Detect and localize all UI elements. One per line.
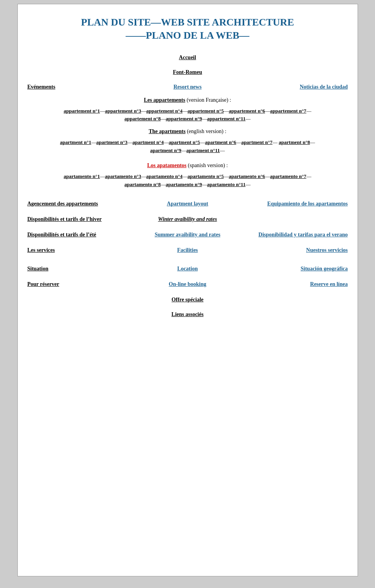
nav-row: Evénements Resort news Noticias de la ci… xyxy=(26,83,350,90)
facilities-link[interactable]: Facilities xyxy=(177,247,198,253)
title-line2: ——PLANO DE LA WEB— xyxy=(126,30,250,41)
page-container: PLAN DU SITE—WEB SITE ARCHITECTURE ——PLA… xyxy=(17,4,358,576)
page-title: PLAN DU SITE—WEB SITE ARCHITECTURE ——PLA… xyxy=(26,16,350,42)
reserver-fr-link[interactable]: Pour réserver xyxy=(27,281,60,287)
apt-fr-8[interactable]: appartement n°8 xyxy=(125,116,161,121)
apt-en-8[interactable]: apartment n°8 xyxy=(279,139,310,145)
dispos-hiver-en-link[interactable]: Winter avaibility and rates xyxy=(158,216,217,222)
apt-en-9[interactable]: apartment n°9 xyxy=(150,147,182,153)
situacion-col: Situación geográfica xyxy=(241,265,348,272)
dispos-hiver-fr-col: Disponibilités et tarifs de l’hiver xyxy=(27,215,134,222)
font-romeu-section: Font-Romeu xyxy=(26,68,350,75)
dispos-hiver-en-col: Winter avaibility and rates xyxy=(134,215,241,222)
agencement-link[interactable]: Agencement des appartements xyxy=(27,201,98,207)
offre-section: Offre spéciale xyxy=(26,296,350,303)
location-link[interactable]: Location xyxy=(177,266,198,272)
nuestros-link[interactable]: Nuestros servicios xyxy=(306,247,348,253)
apt-en-label: The apartments xyxy=(149,128,185,134)
agencement-col-es: Equipamiento de los apartamentos xyxy=(241,200,348,207)
apt-fr-links: appartement n°1—appartement n°3—appartem… xyxy=(26,107,350,123)
agencement-col-fr: Agencement des appartements xyxy=(27,200,134,207)
apt-en-5[interactable]: apartment n°5 xyxy=(169,139,200,145)
accueil-section: Accueil xyxy=(26,54,350,61)
apt-es-6[interactable]: apartamento n°6 xyxy=(229,173,265,179)
apt-es-5[interactable]: apartamento n°5 xyxy=(188,173,224,179)
apt-es-11[interactable]: apartamento n°11 xyxy=(207,181,245,187)
nuestros-col: Nuestros servicios xyxy=(241,246,348,253)
dispos-ete-fr-link[interactable]: Disponibilités et tarifs de l’été xyxy=(27,232,96,238)
apt-es-9[interactable]: apartamento n°9 xyxy=(166,181,202,187)
apt-fr-4[interactable]: appartement n°4 xyxy=(146,108,183,114)
apt-es-links: apartamento n°1—apartamento n°3—apartame… xyxy=(26,173,350,189)
dispos-hiver-row: Disponibilités et tarifs de l’hiver Wint… xyxy=(26,215,350,222)
offre-link[interactable]: Offre spéciale xyxy=(171,297,204,303)
apt-es-heading: Los apatamentos (spanish version) : xyxy=(26,162,350,169)
apt-fr-3[interactable]: appartement n°3 xyxy=(105,108,141,114)
apt-en-1[interactable]: apartment n°1 xyxy=(60,139,91,145)
apt-fr-1[interactable]: appartement n°1 xyxy=(63,108,100,114)
apt-en-links: apartment n°1—apartment n°3—apartment n°… xyxy=(26,138,350,155)
apt-en-3[interactable]: apartment n°3 xyxy=(96,139,128,145)
situacion-link[interactable]: Situación geográfica xyxy=(301,266,348,272)
apt-fr-7[interactable]: appartement n°7 xyxy=(270,108,307,114)
equipamiento-link[interactable]: Equipamiento de los apartamentos xyxy=(267,201,348,207)
apt-en-11[interactable]: apartment n°11 xyxy=(187,147,220,153)
title-line1: PLAN DU SITE—WEB SITE ARCHITECTURE xyxy=(81,17,294,28)
apt-en-version: (english version) : xyxy=(185,128,226,134)
nav-col-es: Noticias de la ciudad xyxy=(241,83,348,90)
apt-fr-heading: Les appartements (version Française) : xyxy=(26,97,350,103)
apt-fr-label: Les appartements xyxy=(144,97,185,103)
reserve-es-link[interactable]: Reserve en línea xyxy=(310,281,348,287)
facilities-col: Facilities xyxy=(134,246,241,253)
reserver-row: Pour réserver On-line booking Reserve en… xyxy=(26,280,350,287)
services-fr-link[interactable]: Les services xyxy=(27,247,55,253)
apt-es-7[interactable]: apartamento n°7 xyxy=(270,173,307,179)
reserver-fr-col: Pour réserver xyxy=(27,280,134,287)
apt-fr-5[interactable]: appartement n°5 xyxy=(188,108,224,114)
apt-es-4[interactable]: apartamento n°4 xyxy=(146,173,183,179)
liens-link[interactable]: Liens associés xyxy=(171,311,204,317)
dispos-ete-row: Disponibilités et tarifs de l’été Summer… xyxy=(26,231,350,238)
agencement-row: Agencement des appartements Apartment la… xyxy=(26,200,350,207)
apt-fr-11[interactable]: appartement n°11 xyxy=(207,116,245,121)
dispos-ete-fr-col: Disponibilités et tarifs de l’été xyxy=(27,231,134,238)
apt-es-1[interactable]: apartamento n°1 xyxy=(63,173,100,179)
noticias-link[interactable]: Noticias de la ciudad xyxy=(300,84,348,90)
resort-news-link[interactable]: Resort news xyxy=(173,84,202,90)
reserve-es-col: Reserve en línea xyxy=(241,280,348,287)
apt-en-7[interactable]: apartment n°7 xyxy=(241,139,272,145)
dispos-ete-es-col: Disponibilidad y tarifas para el verano xyxy=(241,231,348,238)
situation-fr-col: Situation xyxy=(27,265,134,272)
situation-fr-link[interactable]: Situation xyxy=(27,266,48,272)
dispos-hiver-fr-link[interactable]: Disponibilités et tarifs de l’hiver xyxy=(27,216,102,222)
liens-section: Liens associés xyxy=(26,311,350,318)
apt-fr-version: (version Française) : xyxy=(185,97,231,103)
apartment-layout-link[interactable]: Apartment layout xyxy=(167,201,208,207)
apt-fr-6[interactable]: appartement n°6 xyxy=(229,108,265,114)
apt-en-4[interactable]: apartment n°4 xyxy=(132,139,164,145)
location-col: Location xyxy=(134,265,241,272)
services-fr-col: Les services xyxy=(27,246,134,253)
nav-col-fr: Evénements xyxy=(27,83,134,90)
dispos-ete-en-col: Summer avaibility and rates xyxy=(134,231,241,238)
apt-es-label: Los apatamentos xyxy=(147,162,187,168)
agencement-col-en: Apartment layout xyxy=(134,200,241,207)
booking-en-link[interactable]: On-line booking xyxy=(169,281,206,287)
apt-en-heading: The apartments (english version) : xyxy=(26,128,350,135)
evenements-link[interactable]: Evénements xyxy=(27,84,55,90)
accueil-link[interactable]: Accueil xyxy=(179,55,196,60)
situation-row: Situation Location Situación geográfica xyxy=(26,265,350,272)
nav-col-en: Resort news xyxy=(134,83,241,90)
apt-en-6[interactable]: apartment n°6 xyxy=(205,139,236,145)
dispos-ete-es-link[interactable]: Disponibilidad y tarifas para el verano xyxy=(259,232,348,238)
apt-fr-9[interactable]: appartement n°9 xyxy=(166,116,202,121)
apt-es-3[interactable]: apartamento n°3 xyxy=(105,173,141,179)
font-romeu-link[interactable]: Font-Romeu xyxy=(173,69,202,75)
dispos-ete-en-link[interactable]: Summer avaibility and rates xyxy=(155,232,221,238)
apt-es-8[interactable]: apartamento n°8 xyxy=(125,181,161,187)
services-row: Les services Facilities Nuestros servici… xyxy=(26,246,350,253)
apt-es-version: (spanish version) : xyxy=(187,162,228,168)
booking-en-col: On-line booking xyxy=(134,280,241,287)
